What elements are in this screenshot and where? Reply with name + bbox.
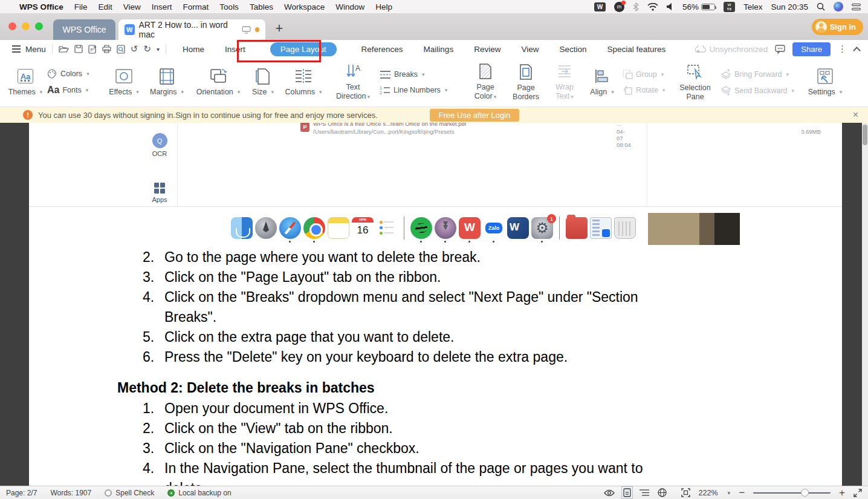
zoom-dropdown-icon[interactable]: ▾ xyxy=(728,490,731,496)
battery-percent: 56% xyxy=(682,2,699,11)
page-color-button[interactable]: Page Color▾ xyxy=(467,63,504,102)
zoom-percentage[interactable]: 222% xyxy=(699,489,718,497)
tab-page-layout[interactable]: Page Layout xyxy=(270,42,337,56)
menu-button[interactable]: Menu xyxy=(25,45,46,54)
eye-protection-icon[interactable] xyxy=(604,489,615,497)
menu-window[interactable]: Window xyxy=(335,2,364,11)
settings-button[interactable]: Settings▾ xyxy=(805,68,845,97)
new-tab-button[interactable]: + xyxy=(272,21,287,36)
save-icon[interactable] xyxy=(74,45,83,53)
size-button[interactable]: Size▾ xyxy=(248,68,278,97)
fit-page-icon[interactable] xyxy=(681,488,690,497)
theme-fonts-button[interactable]: Aa Fonts▾ xyxy=(47,85,103,96)
print-preview-icon[interactable] xyxy=(117,45,125,54)
export-pdf-icon[interactable]: P xyxy=(88,45,97,54)
menu-hamburger-icon[interactable] xyxy=(12,45,21,53)
spell-check-toggle[interactable]: Spell Check xyxy=(105,489,154,497)
volume-icon[interactable] xyxy=(667,3,674,10)
menu-file[interactable]: File xyxy=(74,2,88,11)
tab-view[interactable]: View xyxy=(521,42,539,56)
tab-mailings[interactable]: Mailings xyxy=(424,42,454,56)
text-direction-button[interactable]: A Text Direction▾ xyxy=(329,63,377,102)
fullscreen-icon[interactable] xyxy=(853,489,862,497)
menu-view[interactable]: View xyxy=(123,2,141,11)
document-canvas[interactable]: Q OCR Apps P WPS Office is a free Office… xyxy=(0,123,868,486)
tab-review[interactable]: Review xyxy=(474,42,500,56)
zoom-slider[interactable] xyxy=(753,492,831,494)
close-window-button[interactable] xyxy=(8,22,16,30)
line-numbers-button[interactable]: 12 Line Numbers▾ xyxy=(380,85,464,95)
menu-insert[interactable]: Insert xyxy=(152,2,172,11)
menu-edit[interactable]: Edit xyxy=(99,2,112,11)
tab-references[interactable]: References xyxy=(361,42,403,56)
sign-in-button[interactable]: Sign in xyxy=(812,19,863,35)
web-layout-icon[interactable] xyxy=(658,488,667,497)
comment-icon[interactable] xyxy=(775,45,785,54)
redo-icon[interactable]: ↻ xyxy=(143,44,151,54)
user-avatar-icon xyxy=(815,21,827,33)
bluetooth-icon[interactable] xyxy=(633,2,639,11)
themes-button[interactable]: Aa Themes▾ xyxy=(6,68,45,97)
effects-button[interactable]: Effects▾ xyxy=(105,68,143,97)
selection-pane-button[interactable]: Selection Pane xyxy=(672,64,718,102)
siri-icon[interactable] xyxy=(834,2,843,11)
collapse-ribbon-icon[interactable] xyxy=(853,47,861,54)
word-count[interactable]: Words: 1907 xyxy=(50,489,91,497)
tab-special-features[interactable]: Special features xyxy=(607,42,666,56)
breaks-button[interactable]: Breaks▾ xyxy=(380,70,464,79)
notification-close-icon[interactable]: × xyxy=(853,109,858,120)
list-item: 5.Click on the extra page that you want … xyxy=(143,329,454,345)
wifi-icon[interactable] xyxy=(647,3,658,11)
free-use-button[interactable]: Free Use after Login xyxy=(430,109,520,122)
tab-section[interactable]: Section xyxy=(559,42,586,56)
page-indicator[interactable]: Page: 2/7 xyxy=(6,489,37,497)
zoom-window-button[interactable] xyxy=(35,22,43,30)
minimize-window-button[interactable] xyxy=(22,22,30,30)
margins-icon xyxy=(160,68,174,85)
menu-clock[interactable]: Sun 20:35 xyxy=(771,2,808,11)
undo-icon[interactable]: ↺ xyxy=(131,44,138,54)
tab-document[interactable]: W ART 2 How to... in word mac xyxy=(118,19,265,40)
scrollbar-thumb[interactable] xyxy=(863,125,867,145)
file-date: 04-07 08:04 xyxy=(617,128,631,148)
tab-insert[interactable]: Insert xyxy=(225,42,245,56)
input-source-label[interactable]: Telex xyxy=(743,2,763,11)
page-borders-button[interactable]: Page Borders xyxy=(507,64,545,102)
local-backup-status[interactable]: Local backup on xyxy=(167,489,231,497)
page-view-icon[interactable] xyxy=(623,488,631,497)
margins-button[interactable]: Margins▾ xyxy=(145,68,189,97)
theme-colors-button[interactable]: Colors▾ xyxy=(47,69,103,79)
input-source-icon[interactable]: VITX xyxy=(724,2,735,12)
outline-view-icon[interactable] xyxy=(640,489,649,497)
zoom-slider-knob[interactable] xyxy=(801,489,809,497)
zoom-out-button[interactable]: − xyxy=(739,490,745,496)
ocr-icon: Q xyxy=(152,133,167,148)
zoom-in-button[interactable]: + xyxy=(839,490,845,496)
open-file-icon[interactable] xyxy=(59,45,69,53)
vertical-scrollbar[interactable] xyxy=(862,123,868,486)
menu-format[interactable]: Format xyxy=(183,2,209,11)
wps-status-icon[interactable]: W xyxy=(594,2,606,11)
menu-workspace[interactable]: Workspace xyxy=(284,2,325,11)
writer-doc-icon: W xyxy=(125,24,135,35)
messenger-status-icon[interactable]: m xyxy=(614,2,624,12)
tab-wps-home[interactable]: WPS Office xyxy=(53,19,115,40)
orientation-button[interactable]: Orientation▾ xyxy=(191,68,245,97)
battery-indicator[interactable]: 56% xyxy=(682,2,715,11)
align-button[interactable]: Align▾ xyxy=(584,68,620,97)
share-button[interactable]: Share xyxy=(792,42,831,56)
sync-status[interactable]: Unsynchronized xyxy=(695,45,768,54)
screen-share-icon[interactable] xyxy=(242,26,251,34)
menu-tables[interactable]: Tables xyxy=(250,2,273,11)
spotlight-search-icon[interactable] xyxy=(817,2,825,11)
quick-access-more-icon[interactable]: ▾ xyxy=(157,46,160,53)
more-options-icon[interactable]: ⋮ xyxy=(838,44,847,54)
safari-icon xyxy=(279,217,301,239)
menu-help[interactable]: Help xyxy=(375,2,392,11)
columns-button[interactable]: Columns▾ xyxy=(280,68,326,97)
tab-home[interactable]: Home xyxy=(183,42,204,56)
menu-app-name[interactable]: WPS Office xyxy=(19,2,63,11)
menu-tools[interactable]: Tools xyxy=(219,2,239,11)
print-icon[interactable] xyxy=(102,45,111,53)
control-center-icon[interactable] xyxy=(852,4,861,10)
